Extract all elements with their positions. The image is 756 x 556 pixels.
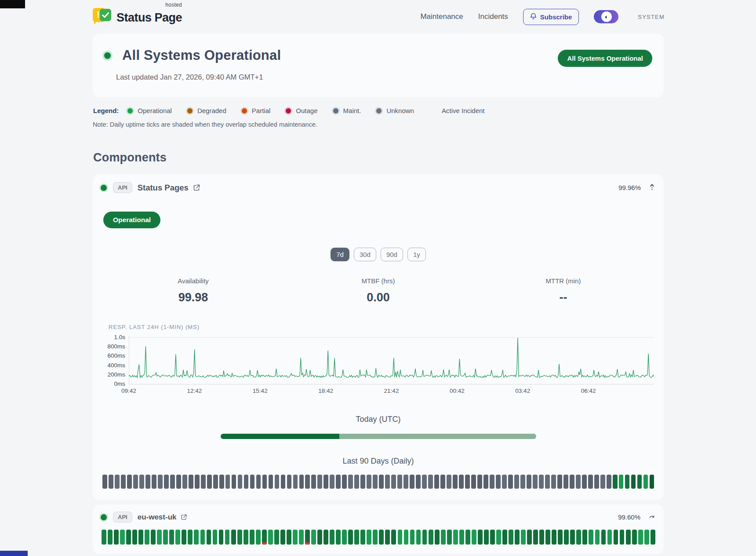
uptime-tick: [342, 530, 347, 545]
nav-incidents[interactable]: Incidents: [478, 12, 508, 21]
uptime-tick: [305, 475, 310, 489]
uptime-tick: [126, 530, 131, 545]
today-progress-bar: [221, 434, 536, 439]
uptime-tick: [391, 530, 396, 545]
collapse-component-button[interactable]: [648, 183, 656, 193]
uptime-tick: [354, 530, 359, 545]
y-tick-label: 0ms: [114, 380, 125, 387]
uptime-tick: [323, 530, 328, 545]
uptime-tick: [231, 530, 236, 545]
range-selector: 7d30d90d1y: [101, 248, 656, 261]
component-card-status-pages: API Status Pages 99.96% Operational 7d30…: [93, 174, 664, 500]
component-link-eu-west-uk[interactable]: eu-west-uk: [138, 513, 188, 522]
uptime-tick: [477, 475, 482, 489]
uptime-tick: [545, 530, 550, 545]
component-rows: APIeu-west-uk99.60%APIna-west99.71%: [93, 505, 664, 556]
uptime-tick: [299, 475, 304, 489]
uptime-tick: [348, 530, 353, 545]
metric-value: 99.98: [101, 291, 286, 304]
x-tick-label: 12:42: [187, 388, 202, 394]
uptime-tick: [435, 530, 440, 545]
uptime-tick: [515, 530, 520, 545]
uptime-tick: [453, 530, 458, 545]
uptime-tick: [109, 475, 113, 489]
uptime-tick: [403, 475, 408, 489]
nav-maintenance[interactable]: Maintenance: [420, 12, 463, 21]
uptime-tick: [379, 475, 384, 489]
component-name: eu-west-uk: [138, 513, 177, 522]
response-chart: [129, 336, 654, 385]
logo[interactable]: ! Status Page hosted: [93, 8, 182, 26]
legend-item-maint: Maint.: [333, 107, 361, 114]
logo-title: Status Page: [116, 12, 182, 26]
uptime-tick: [644, 530, 649, 545]
component-status-dot: [101, 514, 107, 520]
uptime-tick: [440, 475, 445, 489]
y-tick-label: 1.0s: [114, 334, 125, 340]
uptime-tick: [157, 530, 162, 545]
expand-component-button[interactable]: [648, 513, 656, 521]
uptime-tick: [182, 530, 186, 545]
uptime-tick: [330, 530, 334, 545]
uptime-tick: [637, 475, 642, 489]
uptime-tick: [176, 475, 181, 489]
uptime-tick: [287, 530, 291, 545]
x-tick-label: 15:42: [253, 388, 268, 394]
subscribe-label: Subscribe: [540, 13, 572, 21]
uptime-tick: [188, 530, 193, 545]
legend-item-label: Unknown: [386, 107, 414, 114]
uptime-tick: [588, 475, 593, 489]
uptime-tick: [238, 475, 243, 489]
uptime-tick: [545, 475, 550, 489]
uptime-tick: [619, 475, 624, 489]
uptime-tick: [367, 530, 371, 545]
uptime-tick: [520, 475, 525, 489]
uptime-tick: [169, 530, 174, 545]
uptime-tick: [232, 475, 236, 489]
uptime-tick: [164, 475, 169, 489]
uptime-tick: [564, 530, 569, 545]
legend-dot-icon: [333, 108, 338, 113]
uptime-tick: [207, 530, 211, 545]
x-tick-label: 21:42: [384, 388, 399, 394]
range-button-30d[interactable]: 30d: [354, 248, 376, 261]
uptime-tick: [496, 475, 501, 489]
uptime-tick: [280, 530, 285, 545]
uptime-tick: [570, 475, 574, 489]
x-tick-label: 00:42: [450, 388, 465, 394]
uptime-tick: [311, 530, 316, 545]
metric-mttr: MTTR (min)--: [471, 277, 656, 304]
chart-plot: [129, 336, 654, 385]
uptime-tick: [441, 530, 446, 545]
uptime-tick: [348, 475, 353, 489]
uptime-tick: [330, 475, 334, 489]
subscribe-button[interactable]: Subscribe: [523, 9, 579, 25]
range-button-1y[interactable]: 1y: [407, 248, 426, 261]
component-link-status-pages[interactable]: Status Pages: [138, 183, 200, 193]
uptime-tick: [434, 475, 439, 489]
component-header: APIeu-west-uk99.60%: [101, 512, 656, 523]
component-name: Status Pages: [138, 183, 189, 193]
uptime-tick: [509, 530, 513, 545]
range-button-90d[interactable]: 90d: [381, 248, 403, 261]
component-header-right: 99.60%: [618, 513, 656, 521]
uptime-tick: [589, 530, 593, 545]
theme-toggle[interactable]: ◐: [594, 10, 618, 23]
uptime-tick: [570, 530, 575, 545]
component-uptime: 99.60%: [618, 513, 640, 521]
uptime-tick: [269, 475, 273, 489]
today-progress-done: [221, 434, 340, 439]
uptime-tick: [459, 475, 464, 489]
uptime-tick: [189, 475, 193, 489]
range-button-7d[interactable]: 7d: [331, 248, 349, 261]
legend-title: Legend:: [93, 107, 119, 114]
uptime-tick: [416, 530, 421, 545]
component-uptime: 99.96%: [618, 184, 641, 191]
uptime-tick: [625, 475, 630, 489]
external-link-icon: [181, 514, 187, 520]
uptime-tick: [354, 475, 359, 489]
component-tag: API: [113, 512, 132, 523]
uptime-tick: [323, 475, 328, 489]
uptime-tick: [651, 530, 655, 545]
components-heading: Components: [93, 151, 664, 165]
